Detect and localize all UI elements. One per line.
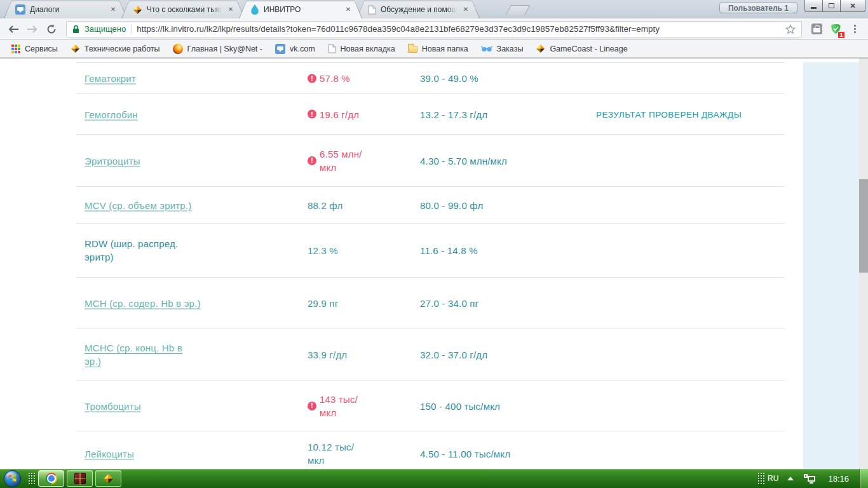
- vk-chat-icon: [275, 44, 285, 54]
- bookmarks-bar: СервисыТехнические работыГлавная | Sky@N…: [0, 40, 868, 58]
- page-side-panel: [803, 62, 859, 469]
- clock[interactable]: 18:16: [828, 474, 849, 484]
- menu-dots-icon: [854, 25, 856, 33]
- url-text[interactable]: https://lk.invitro.ru/lk2/lkp/results/de…: [137, 24, 780, 34]
- page-icon: [328, 44, 336, 53]
- bookmark-label: Главная | Sky@Net -: [187, 44, 262, 53]
- result-row: RDW (шир. распред. эритр)12.3 %11.6 - 14…: [76, 223, 785, 277]
- minimize-button[interactable]: [804, 0, 823, 12]
- analyte-link[interactable]: MCH (ср. содер. Hb в эр.): [85, 298, 201, 309]
- start-button[interactable]: [3, 470, 22, 488]
- bookmark-item[interactable]: vk.com: [269, 42, 322, 56]
- bookmark-item[interactable]: Новая вкладка: [322, 42, 402, 56]
- taskbar-game-button[interactable]: [67, 470, 93, 487]
- address-bar[interactable]: Защищено https://lk.invitro.ru/lk2/lkp/r…: [66, 21, 802, 37]
- taskbar: RU 18:16: [0, 469, 868, 488]
- result-row: Гематокрит!57.8 %39.0 - 49.0 %: [76, 62, 785, 93]
- language-indicator[interactable]: RU: [768, 474, 778, 483]
- restore-button[interactable]: [822, 0, 841, 12]
- taskbar-grip: [28, 472, 35, 485]
- extension-button-store[interactable]: [808, 21, 825, 37]
- back-button[interactable]: [5, 21, 22, 37]
- bookmark-label: Новая вкладка: [341, 44, 395, 53]
- browser-menu-button[interactable]: [846, 21, 863, 37]
- game-diamond-icon: [133, 5, 142, 15]
- browser-tab[interactable]: ИНВИТРО✕: [239, 1, 362, 18]
- bookmark-label: vk.com: [290, 44, 315, 53]
- lock-icon: [72, 25, 79, 34]
- bookmark-star-icon[interactable]: [785, 24, 796, 34]
- show-desktop-button[interactable]: [859, 469, 868, 488]
- reload-icon: [46, 24, 57, 34]
- tray-grip: [757, 472, 764, 485]
- analyte-link[interactable]: Гемоглобин: [85, 109, 138, 119]
- bookmark-item[interactable]: Заказы: [475, 42, 530, 56]
- browser-tab[interactable]: Что с осколками тыкв ?✕: [121, 1, 245, 18]
- tab-close-icon[interactable]: ✕: [462, 6, 470, 13]
- analyte-link[interactable]: MCV (ср. объем эритр.): [85, 200, 191, 210]
- bookmark-label: Технические работы: [85, 44, 160, 53]
- result-row: Тромбоциты!143 тыс/​мкл150 - 400 тыс/мкл: [76, 380, 785, 431]
- bookmark-item[interactable]: GameCoast - Lineage: [529, 42, 634, 56]
- analyte-link[interactable]: MCHC (ср. конц. Hb в эр.): [85, 342, 182, 367]
- taskbar-chrome-button[interactable]: [38, 470, 64, 487]
- out-of-range-icon: !: [308, 156, 316, 165]
- reference-range: 4.30 - 5.70 млн/мкл: [420, 155, 507, 166]
- show-hidden-icons-caret[interactable]: [787, 477, 794, 480]
- browser-tab[interactable]: Обсуждение и помощь✕: [356, 1, 480, 18]
- result-value: 10.12 тыс/​мкл: [308, 440, 385, 467]
- bookmark-item[interactable]: Технические работы: [64, 42, 166, 56]
- vk-chat-icon: [15, 4, 25, 15]
- analyte-name: Гемоглобин: [85, 107, 201, 121]
- reload-button[interactable]: [43, 21, 60, 37]
- analyte-link[interactable]: Гематокрит: [85, 73, 136, 84]
- back-icon: [8, 25, 19, 34]
- analyte-link[interactable]: Тромбоциты: [85, 400, 141, 411]
- forward-button[interactable]: [24, 21, 41, 37]
- bookmark-item[interactable]: Главная | Sky@Net -: [166, 42, 269, 56]
- analyte-link[interactable]: Эритроциты: [85, 155, 140, 166]
- reference-range: 80.0 - 99.0 фл: [420, 200, 483, 210]
- forward-icon: [27, 25, 38, 34]
- analyte-name: MCH (ср. содер. Hb в эр.): [85, 297, 201, 310]
- result-value: !57.8 %: [308, 72, 385, 85]
- game-diamond-icon: [536, 44, 545, 53]
- out-of-range-icon: !: [308, 110, 316, 119]
- analyte-link[interactable]: Лейкоциты: [85, 448, 134, 459]
- analyte-name: Лейкоциты: [85, 447, 201, 460]
- result-value: 12.3 %: [308, 244, 385, 257]
- new-tab-button[interactable]: [506, 5, 530, 15]
- system-tray: RU 18:16: [754, 469, 868, 488]
- tab-title: Диалоги: [30, 5, 105, 14]
- verified-note: РЕЗУЛЬТАТ ПРОВЕРЕН ДВАЖДЫ: [596, 109, 742, 119]
- reference-range: 11.6 - 14.8 %: [420, 245, 478, 256]
- tab-title: ИНВИТРО: [264, 5, 340, 14]
- taskbar-gamecoast-button[interactable]: [95, 470, 121, 487]
- scrollbar-track[interactable]: [859, 58, 868, 469]
- tab-close-icon[interactable]: ✕: [109, 6, 117, 13]
- network-icon[interactable]: [804, 474, 815, 484]
- tab-title: Обсуждение и помощь: [381, 5, 458, 14]
- result-row: Лейкоциты10.12 тыс/​мкл4.50 - 11.00 тыс/…: [76, 431, 785, 469]
- bookmark-item[interactable]: Сервисы: [5, 42, 64, 56]
- glasses-icon: [481, 45, 492, 52]
- tab-title: Что с осколками тыкв ?: [147, 5, 222, 14]
- bookmark-item[interactable]: Новая папка: [402, 42, 475, 56]
- reference-range: 32.0 - 37.0 г/дл: [420, 349, 487, 360]
- browser-tab[interactable]: Диалоги✕: [4, 1, 127, 18]
- result-row: Гемоглобин!19.6 г/​дл13.2 - 17.3 г/длРЕЗ…: [76, 93, 785, 134]
- tab-close-icon[interactable]: ✕: [344, 6, 352, 13]
- close-button[interactable]: ✕: [840, 0, 865, 12]
- bookmark-label: Сервисы: [25, 44, 58, 53]
- folder-icon: [408, 46, 417, 53]
- restore-icon: [829, 3, 834, 8]
- results-table: Гематокрит!57.8 %39.0 - 49.0 %Гемоглобин…: [76, 58, 785, 469]
- gamecoast-diamond-icon: [103, 473, 114, 484]
- page-content: Гематокрит!57.8 %39.0 - 49.0 %Гемоглобин…: [0, 58, 868, 469]
- scrollbar-thumb[interactable]: [859, 179, 868, 273]
- chrome-icon: [46, 473, 57, 484]
- profile-button[interactable]: Пользователь 1: [719, 2, 797, 13]
- tab-close-icon[interactable]: ✕: [227, 6, 234, 13]
- extension-button-adguard[interactable]: 1: [827, 21, 844, 37]
- apps-grid-icon: [11, 44, 20, 53]
